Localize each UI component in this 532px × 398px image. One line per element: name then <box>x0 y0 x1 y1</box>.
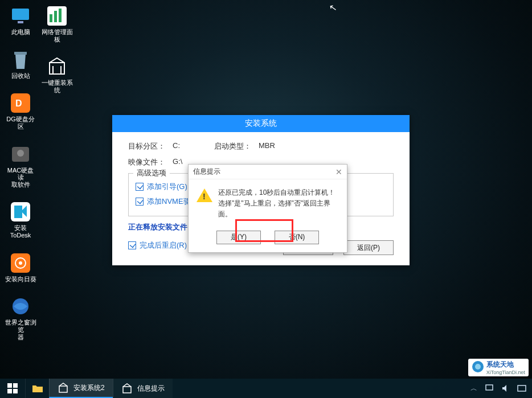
svg-rect-0 <box>12 9 29 20</box>
keyboard-icon[interactable] <box>517 384 526 393</box>
image-file-value: G:\ <box>173 157 182 167</box>
target-partition-value: C: <box>173 141 180 151</box>
dg-icon: D <box>9 92 32 114</box>
close-icon[interactable]: ✕ <box>335 167 342 177</box>
start-button[interactable] <box>0 379 25 398</box>
checkbox-icon <box>136 198 144 206</box>
svg-rect-14 <box>54 11 57 22</box>
desktop-icon-mac-disk[interactable]: MAC硬盘读 取软件 <box>5 143 36 188</box>
checkbox-label: 完成后重启(R) <box>140 240 187 251</box>
globe-icon <box>9 295 32 318</box>
apple-disk-icon <box>9 143 32 166</box>
svg-rect-26 <box>123 387 131 393</box>
system-tray: ︿ <box>464 379 532 398</box>
svg-point-6 <box>17 150 24 157</box>
svg-rect-22 <box>13 383 18 388</box>
taskbar-task-label: 信息提示 <box>137 384 165 393</box>
package-icon <box>121 383 133 394</box>
network-icon[interactable] <box>485 384 494 393</box>
desktop-icon-label: 一键重装系统 <box>41 79 73 93</box>
svg-text:D: D <box>15 99 22 108</box>
taskbar-task-install[interactable]: 安装系统2 <box>49 379 113 398</box>
chevron-up-icon[interactable]: ︿ <box>469 384 478 393</box>
warning-icon <box>197 188 212 202</box>
svg-rect-16 <box>50 63 64 74</box>
dialog-line1: 还原已完成，10秒后自动重启计算机！ <box>218 187 339 198</box>
desktop-icon-label: 回收站 <box>11 72 30 80</box>
checkbox-icon <box>136 183 144 191</box>
desktop-column-2: 网络管理面板 一键重装系统 <box>41 5 73 94</box>
restart-after-checkbox[interactable]: 完成后重启(R) <box>128 240 187 251</box>
sunlogin-icon <box>9 252 32 274</box>
taskbar-task-info[interactable]: 信息提示 <box>113 379 173 398</box>
windows-icon <box>7 383 18 393</box>
no-button[interactable]: 否(N) <box>275 231 319 244</box>
image-file-label: 映像文件： <box>128 157 173 167</box>
desktop-icon-label: 网络管理面板 <box>41 28 73 43</box>
desktop-icon-dg-partition[interactable]: D DG硬盘分区 <box>5 92 36 130</box>
watermark: 系统天地 XiTongTianDi.net <box>468 359 529 376</box>
svg-rect-25 <box>59 386 67 392</box>
package-icon <box>46 55 68 78</box>
window-title[interactable]: 安装系统 <box>112 115 410 132</box>
desktop-icon-network-panel[interactable]: 网络管理面板 <box>41 5 73 43</box>
taskbar: 安装系统2 信息提示 ︿ <box>0 379 532 398</box>
desktop-icon-label: 此电脑 <box>11 28 30 36</box>
svg-rect-2 <box>14 52 27 55</box>
globe-icon <box>472 360 484 375</box>
svg-point-20 <box>475 364 481 370</box>
desktop-icon-label: MAC硬盘读 取软件 <box>5 167 36 188</box>
desktop-icon-label: 安装ToDesk <box>5 224 36 239</box>
dialog-titlebar[interactable]: 信息提示 ✕ <box>189 165 347 179</box>
boot-type-label: 启动类型： <box>214 141 259 151</box>
watermark-sub: XiTongTianDi.net <box>486 370 525 375</box>
dialog-title: 信息提示 <box>193 167 220 177</box>
dialog-line2: 选择"是"马上重启，选择"否"返回主界面。 <box>218 198 339 220</box>
desktop-icon-label: DG硬盘分区 <box>5 116 36 130</box>
checkbox-label: 添加NVME驱 <box>147 196 191 207</box>
svg-rect-15 <box>59 9 62 22</box>
desktop-icon-label: 安装向日葵 <box>5 276 36 283</box>
svg-rect-23 <box>7 389 12 393</box>
checkbox-label: 添加引导(G): <box>147 182 189 192</box>
yes-button[interactable]: 是(Y) <box>216 231 261 244</box>
return-button[interactable]: 返回(P) <box>343 240 394 255</box>
folder-icon <box>32 384 43 393</box>
advanced-options-label: 高级选项 <box>133 168 170 178</box>
svg-rect-1 <box>18 21 23 23</box>
network-panel-icon <box>46 5 68 27</box>
watermark-text: 系统天地 <box>486 360 514 368</box>
todesk-icon <box>9 200 32 223</box>
package-icon <box>58 382 69 393</box>
dialog-message: 还原已完成，10秒后自动重启计算机！ 选择"是"马上重启，选择"否"返回主界面。 <box>218 187 339 220</box>
desktop-icon-todesk[interactable]: 安装ToDesk <box>5 200 36 239</box>
desktop-icon-label: 世界之窗浏览 器 <box>5 319 36 340</box>
target-partition-label: 目标分区： <box>128 141 173 151</box>
boot-type-value: MBR <box>259 141 275 151</box>
add-boot-checkbox[interactable]: 添加引导(G): <box>136 182 189 192</box>
svg-rect-28 <box>518 385 526 391</box>
volume-icon[interactable] <box>501 384 510 393</box>
taskbar-explorer[interactable] <box>25 379 49 398</box>
mouse-cursor-icon: ↖ <box>328 2 337 14</box>
desktop-icon-theworld[interactable]: 世界之窗浏览 器 <box>5 295 36 340</box>
trash-icon <box>9 48 32 71</box>
svg-rect-13 <box>50 14 52 22</box>
svg-rect-24 <box>13 389 18 393</box>
desktop-icon-reinstall[interactable]: 一键重装系统 <box>41 55 73 93</box>
taskbar-task-label: 安装系统2 <box>73 383 105 393</box>
svg-rect-27 <box>486 385 493 390</box>
info-dialog: 信息提示 ✕ 还原已完成，10秒后自动重启计算机！ 选择"是"马上重启，选择"否… <box>188 164 347 253</box>
desktop-column-1: 此电脑 回收站 D DG硬盘分区 MAC硬盘读 取软件 安装ToDesk 安装向… <box>5 5 36 340</box>
svg-point-10 <box>19 261 22 265</box>
monitor-icon <box>9 5 32 27</box>
svg-rect-21 <box>7 383 12 388</box>
checkbox-icon <box>128 241 136 249</box>
desktop-icon-sunlogin[interactable]: 安装向日葵 <box>5 252 36 283</box>
desktop-icon-recycle-bin[interactable]: 回收站 <box>5 48 36 80</box>
desktop-icon-this-pc[interactable]: 此电脑 <box>5 5 36 36</box>
